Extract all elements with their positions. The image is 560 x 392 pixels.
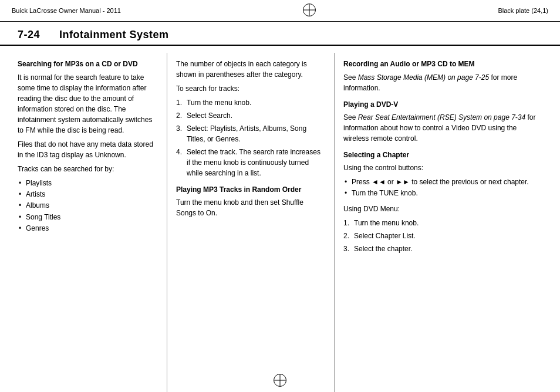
main-content: Searching for MP3s on a CD or DVD It is … (0, 53, 560, 392)
list-item: Song Titles (18, 212, 158, 223)
dvd-menu-heading: Using DVD Menu: (343, 204, 542, 214)
col-right: Recording an Audio or MP3 CD to MEM See … (335, 53, 548, 392)
dvdv-para: See Rear Seat Entertainment (RSE) System… (343, 112, 542, 144)
list-item: 3.Select the chapter. (343, 244, 542, 254)
bottom-center-mark (274, 374, 286, 388)
left-para3: Tracks can be searched for by: (18, 164, 158, 174)
middle-search-heading: To search for tracks: (176, 83, 325, 94)
list-item: Press ◄◄ or ►► to select the previous or… (343, 177, 542, 188)
list-item: Playlists (18, 178, 158, 189)
chapter-heading: Selecting a Chapter (343, 150, 542, 160)
header-center-mark (303, 4, 316, 18)
bottom-registration-mark (274, 374, 286, 387)
header-left: Buick LaCrosse Owner Manual - 2011 (12, 7, 121, 14)
list-item: Turn the TUNE knob. (343, 188, 542, 199)
registration-mark (303, 4, 316, 16)
chapter-intro: Using the control buttons: (343, 163, 542, 173)
header-right: Black plate (24,1) (498, 7, 548, 14)
list-item: 2.Select Search. (176, 110, 325, 121)
list-item: 3.Select: Playlists, Artists, Albums, So… (176, 123, 325, 144)
col-middle: The number of objects in each category i… (167, 53, 335, 392)
left-bullet-list: Playlists Artists Albums Song Titles Gen… (18, 178, 158, 234)
left-heading: Searching for MP3s on a CD or DVD (18, 59, 158, 69)
section-number: 7-24 (18, 29, 40, 40)
rec-para: See Mass Storage Media (MEM) on page 7-2… (343, 72, 542, 93)
list-item: 2.Select Chapter List. (343, 231, 542, 241)
random-heading: Playing MP3 Tracks in Random Order (176, 184, 325, 195)
random-para: Turn the menu knob and then set Shuffle … (176, 197, 325, 218)
rec-heading: Recording an Audio or MP3 CD to MEM (343, 59, 542, 69)
dvdv-heading: Playing a DVD-V (343, 99, 542, 110)
col-left: Searching for MP3s on a CD or DVD It is … (12, 53, 167, 392)
top-header: Buick LaCrosse Owner Manual - 2011 Black… (0, 0, 560, 22)
list-item: Artists (18, 189, 158, 200)
list-item: 4.Select the track. The search rate incr… (176, 147, 325, 178)
dvd-steps-list: 1.Turn the menu knob. 2.Select Chapter L… (343, 218, 542, 254)
chapter-bullet-list: Press ◄◄ or ►► to select the previous or… (343, 177, 542, 199)
list-item: 1.Turn the menu knob. (343, 218, 542, 228)
list-item: Albums (18, 200, 158, 211)
middle-steps-list: 1.Turn the menu knob. 2.Select Search. 3… (176, 97, 325, 178)
section-heading: 7-24 Infotainment System (0, 22, 560, 46)
middle-intro: The number of objects in each category i… (176, 59, 325, 80)
list-item: 1.Turn the menu knob. (176, 97, 325, 108)
page: Buick LaCrosse Owner Manual - 2011 Black… (0, 0, 560, 392)
list-item: Genres (18, 223, 158, 234)
left-para1: It is normal for the search feature to t… (18, 72, 158, 136)
left-para2: Files that do not have any meta data sto… (18, 139, 158, 160)
section-title: Infotainment System (59, 29, 169, 40)
